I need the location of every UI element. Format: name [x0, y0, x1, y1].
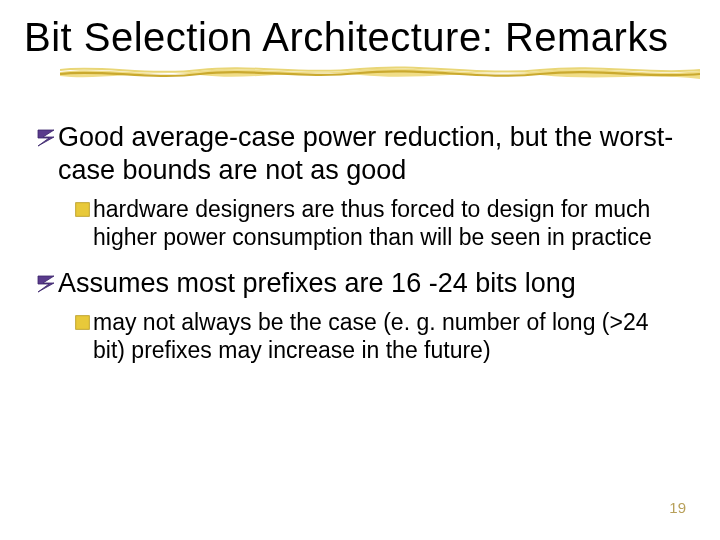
bullet-level1: Good average-case power reduction, but t… — [36, 121, 678, 187]
svg-rect-0 — [76, 203, 90, 217]
bullet-level2: may not always be the case (e. g. number… — [74, 308, 678, 364]
slide-body: Good average-case power reduction, but t… — [24, 121, 696, 364]
bullet-text: may not always be the case (e. g. number… — [93, 308, 670, 364]
svg-rect-1 — [76, 316, 90, 330]
bullet-text: Assumes most prefixes are 16 -24 bits lo… — [58, 267, 678, 300]
title-underline — [24, 63, 696, 85]
bullet-text: hardware designers are thus forced to de… — [93, 195, 670, 251]
bullet-level1: Assumes most prefixes are 16 -24 bits lo… — [36, 267, 678, 300]
page-number: 19 — [669, 499, 686, 516]
bullet-text: Good average-case power reduction, but t… — [58, 121, 678, 187]
y-bullet-icon — [74, 314, 91, 331]
slide-title: Bit Selection Architecture: Remarks — [24, 16, 696, 59]
z-bullet-icon — [36, 274, 56, 294]
bullet-level2: hardware designers are thus forced to de… — [74, 195, 678, 251]
z-bullet-icon — [36, 128, 56, 148]
y-bullet-icon — [74, 201, 91, 218]
